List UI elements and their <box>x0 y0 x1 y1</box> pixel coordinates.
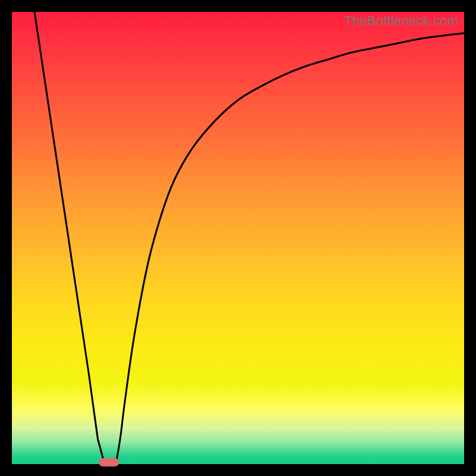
curve-svg <box>12 12 464 464</box>
bottleneck-curve <box>35 12 464 464</box>
optimum-marker <box>99 458 119 466</box>
chart-frame: TheBottleneck.com <box>0 0 476 476</box>
plot-area: TheBottleneck.com <box>12 12 464 464</box>
